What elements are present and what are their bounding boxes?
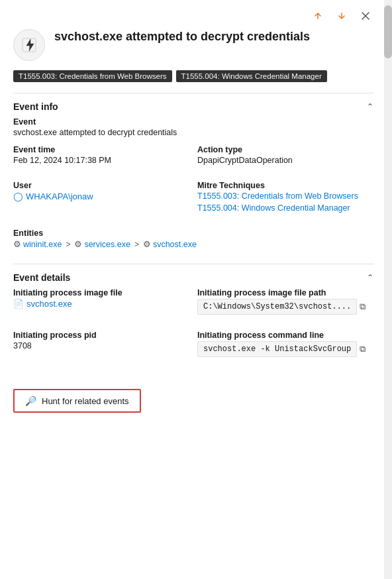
hunt-icon: 🔎: [25, 395, 36, 406]
event-label: Event: [13, 117, 373, 127]
user-value[interactable]: WHAKAPA\jonaw: [26, 191, 93, 201]
event-field: Event svchost.exe attempted to decrypt c…: [13, 117, 373, 137]
copy-path-icon[interactable]: ⧉: [360, 301, 366, 312]
user-link[interactable]: ◯ WHAKAPA\jonaw: [13, 191, 189, 201]
init-proc-image-file-label: Initiating process image file: [13, 288, 189, 297]
entity-arrow-1: >: [66, 240, 70, 249]
event-time-label: Event time: [13, 145, 189, 154]
event-details-chevron: ⌃: [367, 273, 373, 282]
init-proc-image-file-value[interactable]: svchost.exe: [26, 299, 72, 309]
init-proc-image-file-path-value: C:\Windows\System32\svchost....: [197, 299, 357, 315]
top-navigation: [0, 0, 384, 29]
init-proc-pid-field: Initiating process pid 3708: [13, 331, 189, 357]
init-proc-pid-value: 3708: [13, 341, 189, 350]
event-time-action-row: Event time Feb 12, 2024 10:17:38 PM Acti…: [13, 145, 373, 173]
init-proc-image-file-link[interactable]: 📄 svchost.exe: [13, 299, 189, 309]
entity-2-gear-icon: ⚙: [74, 239, 82, 249]
init-proc-cmd-value: svchost.exe -k UnistackSvcGroup: [197, 341, 357, 357]
init-proc-cmd-field: Initiating process command line svchost.…: [197, 331, 373, 357]
event-time-value: Feb 12, 2024 10:17:38 PM: [13, 156, 189, 165]
mitre-label: Mitre Techniques: [197, 181, 373, 190]
entity-1-item: ⚙ wininit.exe: [13, 239, 62, 249]
event-info-chevron: ⌃: [367, 102, 373, 111]
init-proc-image-file-field: Initiating process image file 📄 svchost.…: [13, 288, 189, 315]
init-proc-pid-label: Initiating process pid: [13, 331, 189, 340]
tag-1[interactable]: T1555.003: Credentials from Web Browsers: [13, 70, 172, 82]
close-icon[interactable]: [358, 8, 373, 24]
entity-2-item: ⚙ services.exe: [74, 239, 130, 249]
copy-cmd-icon[interactable]: ⧉: [360, 344, 366, 354]
init-proc-cmd-wrap: svchost.exe -k UnistackSvcGroup ⧉: [197, 341, 373, 357]
init-proc-row-1: Initiating process image file 📄 svchost.…: [13, 288, 373, 323]
event-info-content: Event svchost.exe attempted to decrypt c…: [13, 117, 373, 264]
init-proc-image-file-path-label: Initiating process image file path: [197, 288, 373, 297]
event-details-section: Event details ⌃ Initiating process image…: [13, 264, 373, 378]
scrollbar[interactable]: [384, 0, 392, 579]
user-label: User: [13, 181, 189, 190]
event-details-content: Initiating process image file 📄 svchost.…: [13, 288, 373, 378]
alert-header: svchost.exe attempted to decrypt credent…: [13, 29, 373, 61]
scrollbar-thumb[interactable]: [384, 5, 392, 58]
action-type-label: Action type: [197, 145, 373, 154]
mitre-technique-1-link[interactable]: T1555.003: Credentials from Web Browsers: [197, 191, 373, 201]
hunt-related-events-button[interactable]: 🔎 Hunt for related events: [13, 389, 141, 413]
entities-row: ⚙ wininit.exe > ⚙ services.exe > ⚙ svcho…: [13, 239, 373, 249]
event-info-title: Event info: [13, 101, 58, 112]
event-info-header[interactable]: Event info ⌃: [13, 93, 373, 117]
event-details-title: Event details: [13, 272, 70, 283]
action-type-field: Action type DpapiCryptDataOperation: [197, 145, 373, 165]
init-proc-row-2: Initiating process pid 3708 Initiating p…: [13, 331, 373, 365]
user-mitre-row: User ◯ WHAKAPA\jonaw Mitre Techniques T1…: [13, 181, 373, 221]
action-type-value: DpapiCryptDataOperation: [197, 156, 373, 165]
alert-title: svchost.exe attempted to decrypt credent…: [54, 29, 373, 44]
entities-label: Entities: [13, 229, 373, 238]
init-proc-image-file-path-wrap: C:\Windows\System32\svchost.... ⧉: [197, 299, 373, 315]
entity-3-link[interactable]: svchost.exe: [153, 240, 197, 249]
user-field: User ◯ WHAKAPA\jonaw: [13, 181, 189, 213]
mitre-field: Mitre Techniques T1555.003: Credentials …: [197, 181, 373, 213]
user-icon: ◯: [13, 191, 23, 201]
file-icon: 📄: [13, 299, 24, 309]
tag-2[interactable]: T1555.004: Windows Credential Manager: [176, 70, 327, 82]
entities-field: Entities ⚙ wininit.exe > ⚙ services.exe …: [13, 229, 373, 249]
entity-1-link[interactable]: wininit.exe: [23, 240, 62, 249]
alert-icon: [13, 29, 45, 61]
hunt-button-label: Hunt for related events: [42, 396, 129, 406]
event-info-section: Event info ⌃ Event svchost.exe attempted…: [13, 93, 373, 264]
entity-3-item: ⚙ svchost.exe: [143, 239, 197, 249]
event-details-header[interactable]: Event details ⌃: [13, 264, 373, 288]
init-proc-cmd-label: Initiating process command line: [197, 331, 373, 340]
event-time-field: Event time Feb 12, 2024 10:17:38 PM: [13, 145, 189, 165]
entity-3-gear-icon: ⚙: [143, 239, 151, 249]
mitre-technique-2-link[interactable]: T1555.004: Windows Credential Manager: [197, 203, 373, 213]
entity-arrow-2: >: [134, 240, 139, 249]
init-proc-image-file-path-field: Initiating process image file path C:\Wi…: [197, 288, 373, 315]
down-arrow-icon[interactable]: [334, 8, 350, 24]
event-value: svchost.exe attempted to decrypt credent…: [13, 128, 373, 137]
entity-1-gear-icon: ⚙: [13, 239, 21, 249]
up-arrow-icon[interactable]: [310, 8, 326, 24]
entity-2-link[interactable]: services.exe: [84, 240, 130, 249]
tags-container: T1555.003: Credentials from Web Browsers…: [13, 70, 373, 82]
